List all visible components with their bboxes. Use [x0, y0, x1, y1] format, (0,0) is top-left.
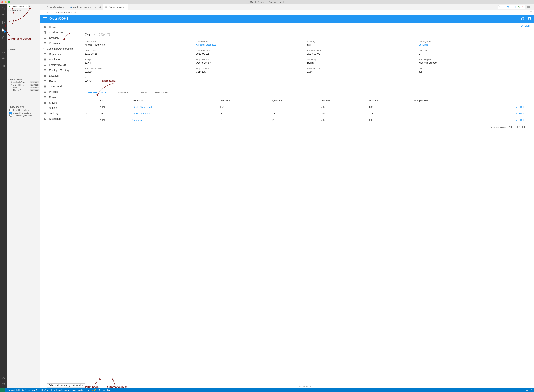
pause-icon[interactable] [503, 6, 506, 9]
column-header[interactable]: Discount [319, 98, 368, 104]
expand-row-icon[interactable]: › [84, 104, 99, 110]
remote-indicator[interactable] [0, 388, 5, 392]
callstack-item[interactable]: ▾ ⚙ Subproc...RUNNING [7, 84, 40, 86]
status-val[interactable]: ⓘ Val 🔒🔑 [85, 389, 96, 392]
docker-icon[interactable] [0, 55, 7, 62]
drag-handle-icon[interactable]: ⋮⋮ [500, 6, 502, 9]
nav-item-orderdetail[interactable]: OrderDetail [40, 84, 76, 89]
editor-tab[interactable]: ◆api_logic_server_run.py7 [68, 4, 103, 10]
cell-product-link[interactable]: Chartreuse verte [132, 112, 150, 115]
callstack-item[interactable]: ▾ ⚙ ApiLogicSer...RUNNING [7, 81, 40, 84]
breakpoint-item[interactable]: Uncaught Exceptions [7, 112, 40, 114]
watch-section-header[interactable]: WATCH [7, 48, 40, 51]
status-problems[interactable]: 0 7 [40, 389, 48, 391]
account-circle-icon[interactable] [528, 17, 531, 21]
nav-item-dashboard[interactable]: Dashboard [40, 116, 76, 121]
breakpoint-checkbox[interactable] [9, 114, 12, 117]
editor-tab[interactable]: [Preview] readme.md [40, 4, 68, 10]
refresh-icon[interactable] [521, 17, 525, 21]
nav-item-territory[interactable]: Territory [40, 111, 76, 116]
status-feedback-icon[interactable] [526, 389, 528, 391]
start-debug-button[interactable]: ApiLogicServer [8, 5, 28, 8]
extensions-icon[interactable] [0, 34, 7, 41]
accounts-icon[interactable] [0, 374, 7, 381]
breakpoint-item[interactable]: User Uncaught Except... [7, 114, 40, 117]
settings-icon[interactable] [0, 381, 7, 388]
editor-tab[interactable]: Simple Browser× [103, 4, 128, 10]
column-header[interactable]: Id* [99, 98, 131, 104]
inner-tab[interactable]: CUSTOMER [114, 89, 129, 96]
breakpoint-checkbox[interactable] [9, 109, 12, 111]
breakpoint-item[interactable]: Raised Exceptions [7, 109, 40, 112]
close-tab-icon[interactable]: × [125, 6, 126, 9]
cell-product-link[interactable]: Spegesild [132, 119, 142, 121]
search-icon[interactable] [0, 12, 7, 19]
column-header[interactable]: Shipped Date [413, 98, 481, 104]
more-tabs-icon[interactable]: ⋯ [531, 5, 533, 9]
nav-item-region[interactable]: Region [40, 94, 76, 100]
nav-item-employee[interactable]: Employee [40, 57, 76, 62]
nav-item-employeeaudit[interactable]: EmployeeAudit [40, 62, 76, 68]
nav-item-location[interactable]: Location [40, 73, 76, 78]
column-header[interactable]: Amount [368, 98, 413, 104]
expand-row-icon[interactable]: › [84, 110, 99, 117]
nav-item-customerdemographic[interactable]: CustomerDemographic [40, 46, 76, 51]
split-editor-icon[interactable] [527, 5, 530, 9]
nav-item-shipper[interactable]: Shipper [40, 100, 76, 105]
row-edit-button[interactable]: EDIT [482, 112, 524, 115]
field-value[interactable]: Suyama [419, 43, 525, 46]
status-liveshare[interactable]: Live Share [99, 389, 111, 391]
nav-item-customer[interactable]: Customer [40, 41, 76, 46]
column-header[interactable] [84, 98, 99, 104]
forward-icon[interactable] [46, 11, 49, 14]
nav-item-employeeterritory[interactable]: EmployeeTerritory [40, 68, 76, 73]
status-debug-target[interactable]: ApiLogicServer (ApiLogicProject) [51, 389, 83, 391]
callstack-item[interactable]: MainThr...RUNNING [7, 86, 40, 89]
inner-tab[interactable]: LOCATION [134, 89, 149, 96]
row-edit-button[interactable]: EDIT [482, 106, 524, 108]
remote-explorer-icon[interactable] [0, 41, 7, 48]
restart-icon[interactable] [517, 6, 520, 9]
step-out-icon[interactable] [514, 6, 517, 9]
status-bell-icon[interactable] [530, 389, 533, 391]
rows-per-page-select[interactable]: 10 ▾ [509, 126, 514, 128]
reload-icon[interactable] [51, 11, 53, 14]
share-icon[interactable] [0, 63, 7, 69]
column-header[interactable]: Unit Price [218, 98, 271, 104]
nav-item-supplier[interactable]: Supplier [40, 105, 76, 111]
more-icon[interactable]: ⋯ [32, 5, 34, 8]
nav-item-home[interactable]: Home [40, 24, 76, 30]
back-icon[interactable] [42, 11, 44, 14]
cell-product-link[interactable]: Rössle Sauerkraut [132, 106, 152, 108]
breakpoint-checkbox[interactable] [9, 112, 12, 114]
inner-tab[interactable]: EMPLOYEE [154, 89, 169, 96]
column-header[interactable]: Quantity [271, 98, 319, 104]
url-text[interactable]: http://localhost:5656 [55, 11, 528, 14]
column-header[interactable]: Product Id [130, 98, 218, 104]
minimize-window[interactable] [5, 1, 7, 3]
step-over-icon[interactable] [507, 6, 510, 9]
maximize-window[interactable] [8, 1, 10, 3]
stop-icon[interactable] [521, 6, 524, 9]
nav-item-configuration[interactable]: Configuration [40, 30, 76, 35]
close-window[interactable] [1, 1, 3, 3]
testing-icon[interactable] [0, 48, 7, 55]
inner-tab[interactable]: ORDERDETAILLIST [84, 89, 109, 96]
nav-item-order[interactable]: Order [40, 78, 76, 84]
row-edit-button[interactable]: EDIT [482, 119, 524, 121]
step-into-icon[interactable] [510, 6, 513, 9]
open-external-icon[interactable] [530, 11, 532, 14]
run-debug-icon[interactable]: 1 [0, 27, 7, 33]
nav-item-department[interactable]: Department [40, 51, 76, 57]
nav-item-product[interactable]: Product [40, 89, 76, 94]
nav-item-category[interactable]: Category [40, 35, 76, 41]
status-python[interactable]: Python 3.9.1 64-bit ('.venv': venv) [8, 389, 37, 391]
field-value[interactable]: Alfreds Futterkiste [196, 43, 303, 46]
hamburger-icon[interactable] [43, 17, 47, 21]
expand-row-icon[interactable]: › [84, 117, 99, 123]
callstack-section-header[interactable]: CALL STACK [7, 78, 40, 81]
breakpoints-section-header[interactable]: BREAKPOINTS [7, 106, 40, 109]
explorer-icon[interactable] [0, 5, 7, 12]
callstack-item[interactable]: Thread-7RUNNING [7, 89, 40, 91]
configure-gear-icon[interactable] [28, 5, 31, 8]
